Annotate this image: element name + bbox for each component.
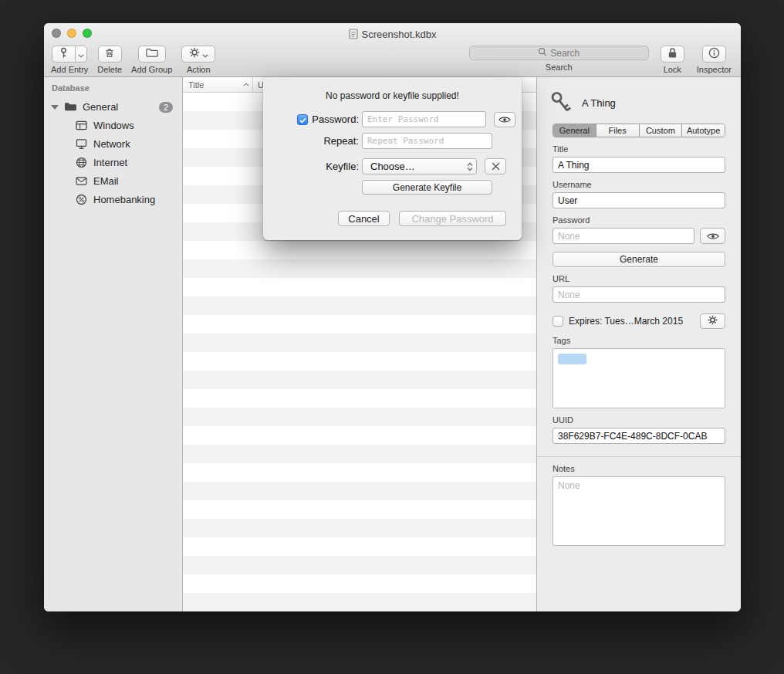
clear-keyfile-button[interactable] bbox=[485, 158, 506, 174]
eye-icon bbox=[498, 113, 511, 127]
change-password-button[interactable]: Change Password bbox=[399, 211, 506, 226]
sidebar-item-label: Homebanking bbox=[93, 194, 155, 205]
add-group-button[interactable] bbox=[138, 46, 166, 63]
tags-box[interactable] bbox=[553, 348, 725, 408]
check-icon bbox=[299, 113, 306, 127]
sidebar-header: Database bbox=[44, 83, 182, 98]
group-count-badge: 2 bbox=[159, 102, 173, 113]
expires-row: Expires: Tues…March 2015 bbox=[553, 313, 725, 329]
panel-divider bbox=[537, 456, 741, 457]
add-entry-label: Add Entry bbox=[51, 65, 88, 74]
tab-general[interactable]: General bbox=[553, 124, 596, 137]
toolbar: Add Entry Delete Add Group bbox=[44, 43, 741, 77]
folder-icon bbox=[146, 47, 158, 61]
sidebar-item-label: Network bbox=[93, 138, 130, 150]
sidebar-item-homebanking[interactable]: Homebanking bbox=[44, 190, 182, 208]
sidebar-item-label: Internet bbox=[93, 157, 127, 168]
key-icon bbox=[58, 46, 69, 63]
sidebar-item-windows[interactable]: Windows bbox=[44, 116, 182, 134]
reveal-password-button[interactable] bbox=[700, 228, 725, 244]
close-icon bbox=[492, 160, 500, 174]
add-entry-dropdown-button[interactable] bbox=[76, 46, 87, 63]
trash-icon bbox=[104, 47, 115, 62]
password-row: Password: bbox=[279, 111, 506, 127]
delete-tool: Delete bbox=[97, 46, 122, 74]
password-field-label: Password bbox=[553, 215, 725, 225]
inspector-tool: Inspector bbox=[697, 46, 732, 74]
sidebar-item-email[interactable]: EMail bbox=[44, 171, 182, 190]
percent-coin-icon bbox=[75, 194, 87, 205]
action-button[interactable] bbox=[181, 46, 215, 63]
search-icon bbox=[538, 47, 547, 59]
password-field[interactable] bbox=[553, 228, 694, 244]
tag-chip[interactable] bbox=[558, 354, 586, 364]
add-entry-tool: Add Entry bbox=[51, 46, 88, 74]
url-field[interactable] bbox=[553, 286, 725, 303]
add-entry-button[interactable] bbox=[52, 46, 76, 63]
sidebar-group-label: General bbox=[83, 101, 118, 113]
title-field[interactable] bbox=[553, 157, 725, 173]
expires-settings-button[interactable] bbox=[700, 313, 725, 329]
column-title-label: Title bbox=[188, 80, 204, 90]
action-label: Action bbox=[187, 65, 211, 74]
expires-checkbox[interactable] bbox=[553, 316, 563, 327]
username-field-label: Username bbox=[553, 180, 725, 189]
reveal-password-button[interactable] bbox=[494, 112, 515, 127]
info-icon bbox=[708, 47, 720, 62]
generate-keyfile-button[interactable]: Generate Keyfile bbox=[362, 180, 492, 195]
uuid-field[interactable] bbox=[553, 428, 725, 444]
tags-label: Tags bbox=[553, 336, 725, 345]
search-placeholder: Search bbox=[550, 48, 580, 59]
document-icon bbox=[349, 29, 358, 39]
url-field-label: URL bbox=[553, 274, 725, 283]
repeat-label: Repeat: bbox=[323, 135, 359, 147]
inspector-button[interactable] bbox=[702, 46, 726, 63]
sidebar: Database General 2 Windows Network bbox=[44, 77, 183, 611]
gear-icon bbox=[189, 47, 200, 61]
delete-label: Delete bbox=[97, 65, 122, 74]
tab-autotype[interactable]: Autotype bbox=[682, 124, 725, 137]
expires-label: Expires: Tues…March 2015 bbox=[569, 316, 694, 327]
title-field-label: Title bbox=[553, 144, 725, 154]
lock-button[interactable] bbox=[661, 46, 684, 63]
lock-icon bbox=[667, 47, 678, 62]
password-checkbox[interactable] bbox=[297, 114, 308, 125]
add-group-tool: Add Group bbox=[131, 46, 172, 74]
eye-icon bbox=[707, 229, 719, 243]
column-header-title[interactable]: Title bbox=[183, 77, 253, 92]
sidebar-group-general[interactable]: General 2 bbox=[44, 98, 182, 116]
titlebar[interactable]: Screenshot.kdbx bbox=[44, 23, 741, 43]
uuid-label: UUID bbox=[553, 415, 725, 425]
delete-button[interactable] bbox=[98, 46, 122, 63]
chevron-down-icon bbox=[202, 47, 208, 61]
sidebar-item-label: EMail bbox=[93, 175, 119, 187]
notes-label: Notes bbox=[553, 464, 725, 473]
repeat-password-input[interactable] bbox=[362, 133, 492, 149]
lock-tool: Lock bbox=[661, 46, 684, 74]
gear-icon bbox=[708, 314, 718, 328]
envelope-icon bbox=[75, 177, 87, 185]
tab-custom[interactable]: Custom bbox=[640, 124, 683, 137]
cancel-button[interactable]: Cancel bbox=[338, 211, 390, 226]
sidebar-item-network[interactable]: Network bbox=[44, 134, 182, 153]
entry-header: A Thing bbox=[553, 85, 725, 120]
generate-keyfile-row: Generate Keyfile bbox=[279, 180, 506, 195]
window-title: Screenshot.kdbx bbox=[44, 28, 741, 40]
username-field[interactable] bbox=[553, 192, 725, 208]
keyfile-popup[interactable]: Choose… bbox=[362, 158, 477, 174]
repeat-row: Repeat: bbox=[279, 133, 506, 149]
enter-password-input[interactable] bbox=[362, 111, 486, 127]
window-title-text: Screenshot.kdbx bbox=[362, 29, 437, 40]
generate-password-button[interactable]: Generate bbox=[553, 252, 725, 267]
globe-icon bbox=[75, 157, 87, 168]
lock-label: Lock bbox=[664, 65, 681, 74]
action-tool: Action bbox=[181, 46, 215, 74]
dialog-buttons: Cancel Change Password bbox=[279, 211, 506, 226]
disclosure-triangle-icon[interactable] bbox=[51, 105, 59, 110]
change-password-dialog: No password or keyfile supplied! Passwor… bbox=[263, 77, 522, 240]
sidebar-item-internet[interactable]: Internet bbox=[44, 153, 182, 171]
notes-field[interactable]: None bbox=[553, 476, 725, 546]
tab-files[interactable]: Files bbox=[596, 124, 640, 137]
search-input[interactable]: Search bbox=[469, 46, 649, 60]
add-group-label: Add Group bbox=[131, 65, 172, 74]
